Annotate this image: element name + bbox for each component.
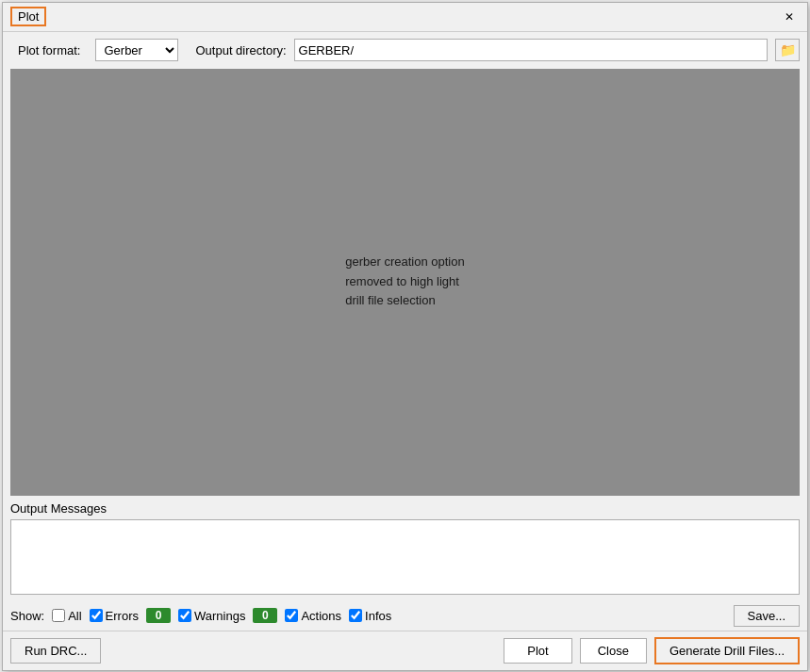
warnings-checkbox[interactable] [178,609,191,622]
plot-button[interactable]: Plot [504,638,571,664]
all-label: All [68,609,81,623]
main-line2: removed to high light [345,272,464,292]
errors-checkbox[interactable] [90,609,103,622]
warnings-label: Warnings [194,609,245,623]
output-section: Output Messages [10,501,800,598]
output-dir-input[interactable] [294,39,768,61]
main-area-text: gerber creation option removed to high l… [345,253,464,311]
generate-drill-files-button[interactable]: Generate Drill Files... [654,637,800,664]
output-messages-label: Output Messages [10,501,800,516]
close-dialog-button[interactable]: Close [580,638,647,664]
infos-checkbox[interactable] [349,609,362,622]
dialog-title: Plot [10,7,46,26]
errors-count-badge: 0 [146,608,171,623]
warnings-checkbox-item: Warnings [178,609,245,623]
output-messages-textarea[interactable] [10,519,800,595]
warnings-count-badge: 0 [253,608,277,623]
actions-checkbox[interactable] [285,609,298,622]
show-label: Show: [10,609,44,623]
show-row: Show: All Errors 0 Warnings 0 Actions In… [3,601,807,631]
all-checkbox-item: All [52,609,81,623]
all-checkbox[interactable] [52,609,65,622]
plot-format-label: Plot format: [10,38,88,63]
save-button[interactable]: Save... [734,605,800,627]
main-line3: drill file selection [345,291,464,311]
actions-label: Actions [301,609,341,623]
errors-label: Errors [106,609,139,623]
dialog-plot: Plot ✕ Plot format: Gerber Excellon SVG … [2,2,808,671]
main-line1: gerber creation option [345,253,464,272]
bottom-row: Run DRC... Plot Close Generate Drill Fil… [3,631,807,670]
toolbar-row: Plot format: Gerber Excellon SVG DXF HPG… [3,32,807,69]
output-dir-label: Output directory: [195,43,286,57]
title-bar: Plot ✕ [3,3,807,32]
actions-checkbox-item: Actions [285,609,341,623]
errors-checkbox-item: Errors [90,609,139,623]
infos-checkbox-item: Infos [349,609,391,623]
plot-format-select[interactable]: Gerber Excellon SVG DXF HPGL PDF Postscr… [95,39,178,61]
infos-label: Infos [365,609,391,623]
folder-browse-button[interactable]: 📁 [775,39,800,61]
main-content-area: gerber creation option removed to high l… [10,69,800,496]
run-drc-button[interactable]: Run DRC... [10,638,101,664]
close-icon[interactable]: ✕ [779,7,800,27]
